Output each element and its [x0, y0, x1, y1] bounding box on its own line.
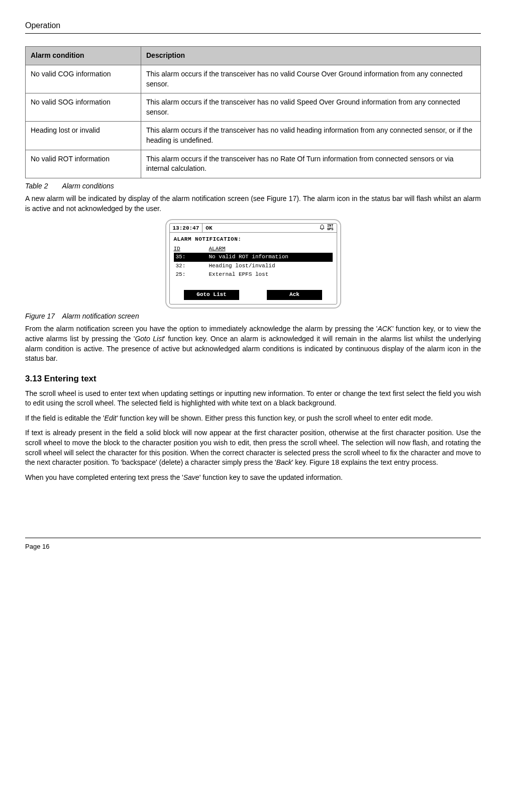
screen-title: ALARM NOTIFICATION:	[174, 236, 334, 243]
emphasis: Goto List	[135, 335, 164, 343]
table-header-condition: Alarm condition	[26, 47, 141, 65]
text: If the field is editable the '	[25, 414, 105, 422]
table-caption: Table 2 Alarm conditions	[25, 181, 481, 191]
col-alarm: ALARM	[209, 245, 226, 253]
alarm-id: 35:	[176, 253, 209, 261]
emphasis: Save	[183, 473, 199, 481]
section-heading: 3.13 Entering text	[25, 373, 481, 385]
table-header-description: Description	[141, 47, 481, 65]
table-row: Heading lost or invalid This alarm occur…	[26, 122, 481, 150]
cell-description: This alarm occurs if the transceiver has…	[141, 65, 481, 93]
alarm-conditions-table: Alarm condition Description No valid COG…	[25, 46, 481, 178]
gps-line2: GPS	[327, 228, 334, 231]
header-title: Operation	[25, 21, 60, 30]
goto-list-button[interactable]: Goto List	[184, 290, 239, 299]
alarm-id: 25:	[176, 271, 209, 278]
caption-text: Alarm notification screen	[62, 312, 139, 320]
paragraph: From the alarm notification screen you h…	[25, 324, 481, 363]
caption-label: Table 2	[25, 181, 60, 191]
cell-description: This alarm occurs if the transceiver has…	[141, 150, 481, 178]
text: From the alarm notification screen you h…	[25, 325, 377, 333]
col-id: ID	[174, 245, 209, 253]
table-row: No valid SOG information This alarm occu…	[26, 93, 481, 122]
alarm-bell-icon	[319, 224, 325, 232]
screen-body: ALARM NOTIFICATION: ID ALARM 35: No vali…	[170, 233, 337, 301]
alarm-text: No valid ROT information	[209, 253, 288, 261]
status-icons: INT GPS	[316, 224, 337, 232]
alarm-list-header: ID ALARM	[173, 245, 334, 253]
status-time: 13:20:47	[170, 224, 203, 232]
paragraph: The scroll wheel is used to enter text w…	[25, 389, 481, 409]
alarm-row-selected[interactable]: 35: No valid ROT information	[174, 253, 333, 261]
alarm-text: Heading lost/invalid	[209, 262, 275, 270]
emphasis: Back	[276, 458, 292, 466]
figure-caption: Figure 17 Alarm notification screen	[25, 312, 481, 322]
paragraph: A new alarm will be indicated by display…	[25, 194, 481, 214]
gps-indicator: INT GPS	[327, 224, 334, 231]
device-screen: 13:20:47 OK INT GPS ALARM NOTIFICATION:	[169, 223, 337, 304]
function-keys: Goto List Ack	[173, 290, 334, 299]
status-text: OK	[203, 224, 316, 232]
cell-condition: No valid COG information	[26, 65, 141, 93]
emphasis: ACK'	[377, 325, 393, 333]
caption-text: Alarm conditions	[62, 182, 114, 190]
cell-condition: Heading lost or invalid	[26, 122, 141, 150]
cell-condition: No valid ROT information	[26, 150, 141, 178]
cell-description: This alarm occurs if the transceiver has…	[141, 93, 481, 122]
paragraph: When you have completed entering text pr…	[25, 473, 481, 483]
text: ' function key to save the updated infor…	[199, 473, 343, 481]
text: ' key. Figure 18 explains the text entry…	[292, 458, 438, 466]
cell-condition: No valid SOG information	[26, 93, 141, 122]
status-bar: 13:20:47 OK INT GPS	[170, 224, 337, 233]
page-number: Page 16	[25, 543, 49, 550]
cell-description: This alarm occurs if the transceiver has…	[141, 122, 481, 150]
text: function key will be shown. Either press…	[118, 414, 433, 422]
alarm-row[interactable]: 25: External EPFS lost	[174, 270, 333, 279]
paragraph: If the field is editable the 'Edit' func…	[25, 414, 481, 424]
page-footer: Page 16	[25, 538, 481, 551]
alarm-id: 32:	[176, 262, 209, 270]
alarm-list: ID ALARM 35: No valid ROT information 32…	[173, 245, 334, 279]
table-row: No valid ROT information This alarm occu…	[26, 150, 481, 178]
paragraph: If text is already present in the field …	[25, 428, 481, 467]
section-number: 3.13	[25, 374, 42, 383]
alarm-text: External EPFS lost	[209, 271, 269, 278]
text: When you have completed entering text pr…	[25, 473, 183, 481]
table-row: No valid COG information This alarm occu…	[26, 65, 481, 93]
device-mockup: 13:20:47 OK INT GPS ALARM NOTIFICATION:	[165, 219, 341, 309]
alarm-row[interactable]: 32: Heading lost/invalid	[174, 262, 333, 270]
emphasis: Edit'	[105, 414, 118, 422]
page-header: Operation	[25, 20, 481, 34]
section-title: Entering text	[44, 374, 96, 383]
ack-button[interactable]: Ack	[267, 290, 322, 299]
figure-17: 13:20:47 OK INT GPS ALARM NOTIFICATION:	[25, 219, 481, 309]
caption-label: Figure 17	[25, 312, 60, 322]
